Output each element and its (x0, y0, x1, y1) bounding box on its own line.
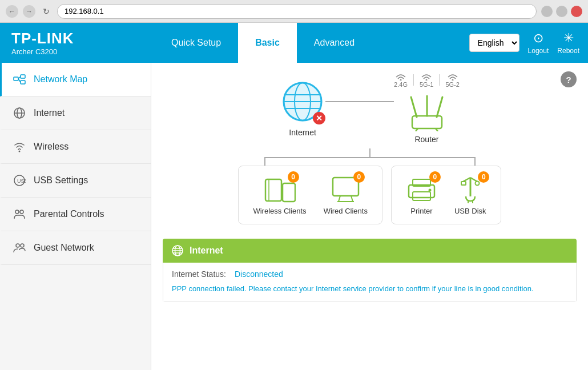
sidebar-item-parental-controls[interactable]: Parental Controls (0, 198, 151, 231)
svg-rect-2 (21, 81, 25, 84)
reboot-button[interactable]: ✳ Reboot (557, 31, 579, 55)
network-map-icon (13, 73, 26, 86)
wired-clients-item[interactable]: 0 Wired Clients (324, 175, 368, 215)
usb-disk-label: USB Disk (454, 207, 486, 215)
svg-line-4 (18, 79, 21, 82)
sidebar: Network Map Internet (0, 63, 151, 370)
svg-rect-33 (283, 183, 295, 202)
svg-point-22 (400, 79, 402, 81)
error-badge: ✕ (313, 112, 325, 124)
logout-label: Logout (528, 47, 549, 55)
sidebar-label-guest-network: Guest Network (34, 243, 94, 253)
logo-area: TP-LINK Archer C3200 (11, 30, 154, 56)
printer-icon-wrap: 0 (406, 175, 437, 203)
peripherals-box: 0 Printer (391, 166, 501, 224)
internet-section-body: Internet Status: Disconnected PPP connec… (163, 263, 577, 302)
wireless-icon (13, 140, 26, 153)
usb-icon: USB (13, 174, 26, 187)
sidebar-item-guest-network[interactable]: Guest Network (0, 231, 151, 265)
sidebar-item-network-map[interactable]: Network Map (0, 63, 151, 96)
network-map-section: ✕ Internet 2.4G (151, 63, 588, 230)
sidebar-label-wireless: Wireless (34, 142, 69, 152)
guest-network-icon (13, 242, 26, 254)
device-boxes-area: 0 Wireless Clients (163, 148, 577, 224)
connection-line (325, 101, 394, 102)
help-button[interactable]: ? (561, 71, 577, 87)
wifi-5g1-label: 5G-1 (420, 81, 433, 88)
wireless-clients-label: Wireless Clients (253, 207, 306, 215)
svg-line-25 (411, 97, 417, 117)
svg-point-14 (21, 244, 24, 247)
browser-btn-1 (541, 6, 553, 17)
internet-section-header: Internet (163, 239, 577, 263)
router-label: Router (414, 135, 438, 144)
wired-clients-count: 0 (353, 171, 365, 183)
svg-point-8 (19, 151, 21, 152)
svg-line-43 (463, 178, 470, 182)
tab-basic[interactable]: Basic (238, 23, 297, 63)
app: TP-LINK Archer C3200 Quick Setup Basic A… (0, 23, 588, 370)
wired-clients-label: Wired Clients (324, 207, 368, 215)
browser-btn-3 (571, 6, 582, 17)
svg-rect-40 (413, 192, 430, 200)
sidebar-item-internet[interactable]: Internet (0, 96, 151, 130)
internet-node[interactable]: ✕ Internet (280, 79, 325, 137)
internet-status-section: Internet Internet Status: Disconnected P… (163, 239, 577, 302)
printer-label: Printer (410, 207, 432, 215)
sidebar-label-internet: Internet (34, 108, 65, 118)
svg-point-41 (428, 189, 431, 192)
reboot-label: Reboot (557, 47, 579, 55)
usb-disk-icon-wrap: 0 (454, 175, 486, 203)
clients-box: 0 Wireless Clients (238, 166, 382, 224)
printer-item[interactable]: 0 Printer (406, 175, 437, 215)
back-button[interactable]: ← (6, 5, 18, 18)
internet-section-icon (171, 244, 184, 257)
status-label: Internet Status: (172, 270, 226, 279)
warning-text: PPP connection failed. Please contact yo… (172, 283, 567, 295)
wired-clients-icon-wrap: 0 (330, 175, 361, 203)
wifi-5g1: 5G-1 (420, 71, 433, 88)
router-icon (405, 94, 448, 131)
internet-icon-wrap: ✕ (280, 79, 325, 124)
parental-icon (13, 208, 26, 220)
tab-quick-setup[interactable]: Quick Setup (154, 23, 238, 63)
internet-icon (13, 107, 26, 119)
logout-icon: ⊙ (533, 31, 543, 46)
status-row: Internet Status: Disconnected (172, 270, 567, 279)
wireless-clients-icon-wrap: 0 (264, 175, 296, 203)
svg-point-23 (426, 79, 428, 81)
usb-disk-item[interactable]: 0 USB Disk (454, 175, 486, 215)
svg-rect-45 (461, 182, 466, 185)
router-node[interactable]: 2.4G 5G-1 5G-2 (394, 71, 460, 144)
wireless-clients-item[interactable]: 0 Wireless Clients (253, 175, 306, 215)
tab-advanced[interactable]: Advanced (297, 23, 372, 63)
svg-line-27 (437, 97, 442, 117)
svg-rect-31 (265, 179, 281, 201)
divider-2 (439, 74, 440, 86)
svg-rect-0 (14, 77, 18, 81)
svg-point-13 (16, 244, 19, 247)
header-right: English ⊙ Logout ✳ Reboot (469, 31, 588, 55)
status-value: Disconnected (235, 270, 283, 279)
header: TP-LINK Archer C3200 Quick Setup Basic A… (0, 23, 588, 63)
browser-btn-2 (556, 6, 567, 17)
sidebar-item-usb-settings[interactable]: USB USB Settings (0, 164, 151, 198)
sidebar-label-network-map: Network Map (34, 74, 87, 85)
svg-line-36 (351, 196, 353, 202)
printer-count: 0 (429, 171, 441, 183)
forward-button[interactable]: → (23, 5, 35, 18)
address-bar[interactable] (57, 4, 537, 19)
refresh-button[interactable]: ↻ (40, 5, 53, 18)
logout-button[interactable]: ⊙ Logout (528, 31, 549, 55)
reboot-icon: ✳ (563, 31, 574, 46)
svg-point-12 (20, 210, 23, 214)
logo-title: TP-LINK (11, 30, 154, 47)
svg-text:USB: USB (17, 178, 26, 184)
internet-section-title: Internet (190, 246, 223, 256)
language-select[interactable]: English (469, 34, 519, 52)
logo-subtitle: Archer C3200 (11, 47, 154, 56)
wifi-5g2: 5G-2 (445, 71, 459, 88)
svg-point-11 (15, 210, 19, 214)
svg-line-35 (339, 196, 340, 202)
sidebar-item-wireless[interactable]: Wireless (0, 130, 151, 164)
